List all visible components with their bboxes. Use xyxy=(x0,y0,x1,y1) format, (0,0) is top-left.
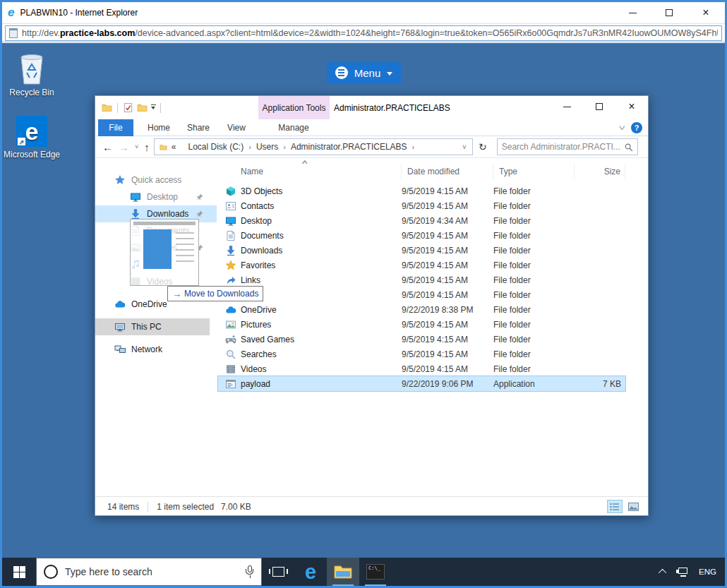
taskbar-file-explorer-button[interactable] xyxy=(327,558,359,586)
breadcrumb-administrator[interactable]: Administrator.PRACTICELABS xyxy=(291,142,407,152)
file-type: File folder xyxy=(493,186,575,196)
address-bar[interactable]: http://dev.practice-labs.com/device-adva… xyxy=(5,25,722,41)
forward-button[interactable]: → xyxy=(119,141,129,153)
file-row-desktop[interactable]: Desktop 9/5/2019 4:34 AM File folder xyxy=(218,213,625,228)
properties-icon[interactable] xyxy=(123,102,133,113)
file-list: 3D Objects 9/5/2019 4:15 AM File folder … xyxy=(218,184,625,391)
ie-logo-icon: e xyxy=(8,6,14,20)
file-icon xyxy=(225,319,236,330)
file-row-saved-games[interactable]: Saved Games 9/5/2019 4:15 AM File folder xyxy=(218,332,625,347)
file-row-favorites[interactable]: Favorites 9/5/2019 4:15 AM File folder xyxy=(218,258,625,272)
file-type: File folder xyxy=(493,216,575,226)
explorer-minimize-button[interactable] xyxy=(551,96,583,117)
browser-close-button[interactable]: × xyxy=(698,6,714,19)
recycle-bin-desktop-icon[interactable]: Recycle Bin xyxy=(2,50,61,97)
file-name: Links xyxy=(241,275,260,285)
tab-manage[interactable]: Manage xyxy=(270,119,317,136)
breadcrumb-users[interactable]: Users xyxy=(256,142,278,152)
file-size: 7 KB xyxy=(575,379,625,389)
breadcrumb-separator: › xyxy=(283,143,286,151)
tab-file[interactable]: File xyxy=(98,119,133,136)
refresh-icon[interactable]: ↻ xyxy=(474,138,491,155)
explorer-search-box[interactable]: Search Administrator.PRACTI... xyxy=(497,138,638,155)
explorer-window-title: Administrator.PRACTICELABS xyxy=(334,96,450,119)
recent-locations-icon[interactable]: ˅ xyxy=(135,143,138,150)
microphone-icon[interactable] xyxy=(246,565,254,578)
lab-menu-button[interactable]: Menu xyxy=(327,62,401,83)
breadcrumb-local-disk[interactable]: Local Disk (C:) xyxy=(188,142,244,152)
tab-share[interactable]: Share xyxy=(181,119,215,136)
taskbar-search-box[interactable]: Type here to search xyxy=(36,558,262,586)
file-name: Pictures xyxy=(241,320,271,330)
large-icons-view-button[interactable] xyxy=(625,500,641,513)
file-type: File folder xyxy=(493,290,575,300)
tab-view[interactable]: View xyxy=(221,119,252,136)
recycle-bin-label: Recycle Bin xyxy=(2,88,61,97)
file-date-modified: 9/22/2019 8:38 PM xyxy=(402,305,493,315)
file-icon xyxy=(225,260,236,271)
file-row-pictures[interactable]: Pictures 9/5/2019 4:15 AM File folder xyxy=(218,317,625,332)
sidebar-item-this-pc[interactable]: This PC xyxy=(95,318,210,335)
explorer-search-placeholder: Search Administrator.PRACTI... xyxy=(502,142,624,152)
file-icon xyxy=(225,275,236,286)
column-header-size[interactable]: Size xyxy=(575,164,625,179)
file-type: File folder xyxy=(493,260,575,270)
file-date-modified: 9/5/2019 4:15 AM xyxy=(402,320,493,330)
address-toolbar: ← → ˅ ↑ « Local Disk (C:) › Users › Admi… xyxy=(95,136,648,158)
show-hidden-icons-chevron[interactable] xyxy=(659,569,666,577)
network-tray-icon[interactable] xyxy=(676,568,689,577)
file-row-links[interactable]: Links 9/5/2019 4:15 AM File folder xyxy=(218,272,625,287)
nav-item-icon xyxy=(114,344,126,355)
edge-taskbar-icon: e xyxy=(305,562,316,582)
status-bar: 14 items 1 item selected 7.00 KB xyxy=(95,496,648,516)
file-icon xyxy=(225,245,236,256)
breadcrumb-separator: › xyxy=(412,143,415,151)
file-row-searches[interactable]: Searches 9/5/2019 4:15 AM File folder xyxy=(218,347,625,361)
sidebar-item-quick-access[interactable]: Quick access xyxy=(95,172,217,188)
browser-maximize-button[interactable] xyxy=(661,6,677,19)
address-dropdown-icon[interactable]: ˅ xyxy=(459,143,469,151)
up-button[interactable]: ↑ xyxy=(144,141,150,153)
file-row-payload[interactable]: payload 9/22/2019 9:06 PM Application 7 … xyxy=(218,376,625,391)
help-icon[interactable]: ? xyxy=(631,122,642,133)
file-name: Contacts xyxy=(241,201,274,211)
explorer-maximize-button[interactable] xyxy=(583,96,615,117)
file-row-downloads[interactable]: Downloads 9/5/2019 4:15 AM File folder xyxy=(218,243,625,258)
file-row-documents[interactable]: Documents 9/5/2019 4:15 AM File folder xyxy=(218,228,625,243)
folder-icon[interactable] xyxy=(102,102,112,113)
breadcrumb[interactable]: « Local Disk (C:) › Users › Administrato… xyxy=(154,138,473,155)
expand-ribbon-icon[interactable]: ˅ xyxy=(618,124,625,132)
nav-item-icon xyxy=(130,191,141,203)
column-header-type[interactable]: Type xyxy=(493,164,575,179)
tab-home[interactable]: Home xyxy=(142,119,176,136)
column-header-name[interactable]: Name xyxy=(218,164,402,179)
new-folder-icon[interactable] xyxy=(137,102,148,113)
details-view-button[interactable] xyxy=(607,500,623,513)
file-type: File folder xyxy=(493,231,575,241)
task-view-button[interactable] xyxy=(262,558,294,586)
sidebar-item-desktop[interactable]: Desktop xyxy=(95,188,217,205)
taskbar-command-prompt-button[interactable] xyxy=(359,558,392,586)
edge-desktop-icon[interactable]: e ↗ Microsoft Edge xyxy=(2,116,61,160)
explorer-close-button[interactable]: × xyxy=(615,96,648,117)
taskbar-edge-button[interactable]: e xyxy=(294,558,327,586)
start-button[interactable] xyxy=(2,558,36,586)
file-date-modified: 9/5/2019 4:15 AM xyxy=(402,201,493,211)
file-row-3d-objects[interactable]: 3D Objects 9/5/2019 4:15 AM File folder xyxy=(218,184,625,198)
file-name: Saved Games xyxy=(241,335,294,344)
browser-minimize-button[interactable] xyxy=(625,6,640,19)
file-row-videos[interactable]: Videos 9/5/2019 4:15 AM File folder xyxy=(218,361,625,376)
column-header-date-modified[interactable]: Date modified xyxy=(402,164,493,179)
file-row-contacts[interactable]: Contacts 9/5/2019 4:15 AM File folder xyxy=(218,198,625,213)
back-button[interactable]: ← xyxy=(102,141,113,153)
file-row-onedrive[interactable]: OneDrive 9/22/2019 8:38 PM File folder xyxy=(218,302,625,317)
language-indicator[interactable]: ENG xyxy=(699,568,716,576)
status-selection-size: 7.00 KB xyxy=(221,502,251,512)
sidebar-item-network[interactable]: Network xyxy=(95,341,217,358)
contextual-tab-application-tools[interactable]: Application Tools xyxy=(258,96,330,119)
customize-toolbar-icon[interactable] xyxy=(151,107,155,109)
file-row-music[interactable]: Music 9/5/2019 4:15 AM File folder xyxy=(218,287,625,302)
sidebar: Quick access Desktop Downloads Documents… xyxy=(95,158,217,496)
explorer-titlebar: Application Tools Administrator.PRACTICE… xyxy=(95,96,648,119)
shortcut-arrow-icon: ↗ xyxy=(18,138,25,145)
